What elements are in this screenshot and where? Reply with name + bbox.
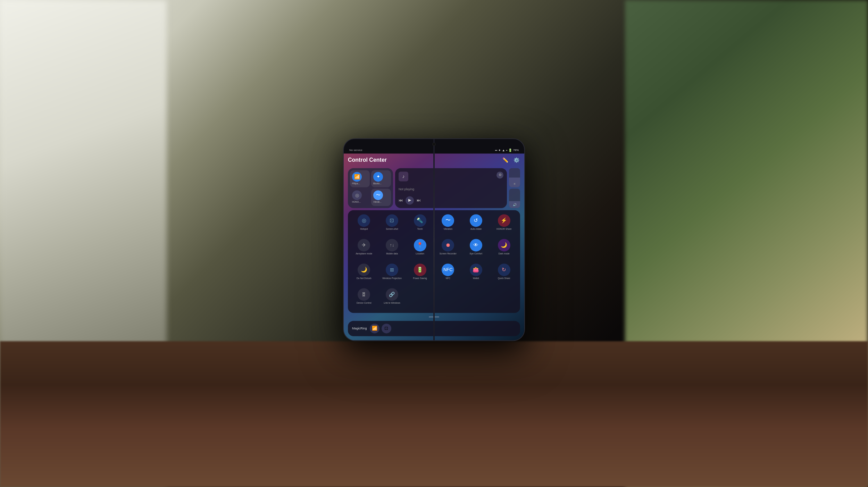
front-camera	[432, 142, 436, 146]
link-to-windows-control-icon: 🔗	[386, 288, 398, 301]
signal-icon: ▪	[506, 149, 507, 152]
screenshot-control-label: Screen-shot	[386, 228, 398, 230]
media-app-icon: ♪	[399, 171, 408, 181]
screen-recorder-control-label: Screen Recorder	[440, 252, 457, 255]
location-control[interactable]: 📍 Location	[407, 237, 433, 261]
media-not-playing-text: Not playing	[399, 187, 503, 191]
do-not-disturb-control-icon: 🌙	[358, 263, 370, 276]
mobile-data-icon-glyph: ↑↓	[390, 242, 394, 247]
settings-button[interactable]: ⚙️	[512, 156, 520, 164]
torch-control[interactable]: 🔦 Torch	[407, 213, 433, 236]
volume-slider[interactable]: 🔊	[509, 188, 520, 208]
eye-comfort-control[interactable]: 👁 Eye Comfort	[463, 237, 490, 261]
media-prev-button[interactable]: ⏮	[399, 198, 403, 203]
wifi-label: FBIpa...	[352, 182, 360, 185]
vibration-control-icon: 〜	[442, 214, 454, 227]
autorotate-control-icon: ↺	[470, 214, 482, 227]
vibration-toggle[interactable]: 〜 Vibrati...	[371, 188, 391, 206]
link-to-windows-icon-glyph: 🔗	[389, 292, 395, 297]
cc-action-buttons: ✏️ ⚙️	[501, 156, 520, 164]
hotspot-toggle[interactable]: ◎ HONO...	[350, 188, 370, 206]
vibration-icon-glyph: 〜	[445, 217, 451, 224]
honor-share-control-icon: ⚡	[498, 214, 510, 227]
power-saving-control[interactable]: 🔋 Power Saving	[407, 262, 433, 285]
torch-icon-glyph: 🔦	[417, 217, 423, 224]
magic-ring-wifi-icon[interactable]: 📶	[370, 324, 379, 333]
bluetooth-icon-circle: ✦	[373, 172, 383, 182]
wireless-projection-control-label: Wireless Projection	[382, 277, 402, 280]
battery-percent: 78%	[513, 149, 519, 152]
screenshot-control[interactable]: ⊡ Screen-shot	[379, 213, 406, 236]
aeroplane-control-label: Aeroplane mode	[356, 252, 372, 255]
honor-share-control-label: HONOR Share	[496, 228, 511, 230]
dark-mode-control-label: Dark mode	[499, 252, 510, 255]
screen-recorder-control[interactable]: ⏺ Screen Recorder	[435, 237, 461, 261]
media-next-button[interactable]: ⏭	[417, 198, 421, 203]
device-control-control[interactable]: 🎛 Device Control	[351, 287, 377, 310]
power-saving-control-label: Power Saving	[413, 277, 427, 280]
wifi-toggle[interactable]: 📶 FBIpa...	[350, 170, 370, 187]
torch-control-label: Torch	[417, 228, 423, 230]
battery-icon: 🔋	[508, 149, 512, 152]
volume-icon: 🔊	[513, 203, 517, 207]
dark-mode-control-icon: 🌙	[498, 239, 510, 251]
nfc-control[interactable]: NFC NFC	[435, 262, 461, 285]
wallet-control[interactable]: 👛 Wallet	[463, 262, 490, 285]
hotspot-label: HONO...	[352, 201, 361, 203]
autorotate-icon-glyph: ↺	[474, 217, 478, 224]
eye-comfort-control-label: Eye Comfort	[470, 252, 482, 255]
do-not-disturb-control-label: Do Not Disturb	[357, 277, 372, 280]
quick-share-control-icon: ↻	[498, 263, 510, 276]
mobile-data-control[interactable]: ↑↓ Mobile data	[379, 237, 406, 261]
hotspot-icon-glyph: ◎	[362, 217, 366, 224]
device-control-icon: 🎛	[358, 288, 370, 301]
brightness-slider[interactable]: ☀	[509, 168, 520, 187]
vibration-control-label: Vibration	[444, 228, 453, 230]
background-table	[0, 341, 868, 487]
screenshot-icon-glyph: ⊡	[390, 217, 394, 224]
quick-share-control-label: Quick Share	[498, 277, 510, 280]
vibration-control[interactable]: 〜 Vibration	[435, 213, 461, 236]
quick-share-control[interactable]: ↻ Quick Share	[491, 262, 517, 285]
brightness-icon: ☀	[513, 182, 516, 186]
quick-toggles-panel: 📶 FBIpa... ✦ Blueto... ◎ HONO...	[348, 168, 393, 208]
wallet-control-icon: 👛	[470, 263, 482, 276]
do-not-disturb-icon-glyph: 🌙	[361, 267, 367, 273]
media-settings-icon[interactable]: ⚙	[496, 171, 503, 178]
edit-button[interactable]: ✏️	[501, 156, 509, 164]
hotspot-control[interactable]: ◎ Hotspot	[351, 213, 377, 236]
aeroplane-control-icon: ✈	[358, 239, 370, 251]
link-to-windows-control[interactable]: 🔗 Link to Windows	[379, 287, 406, 310]
wireless-projection-icon-glyph: ⊞	[390, 267, 394, 272]
screenshot-control-icon: ⊡	[386, 214, 398, 227]
hotspot-icon: ◎	[355, 193, 359, 198]
eye-comfort-control-icon: 👁	[470, 239, 482, 251]
honor-share-control[interactable]: ⚡ HONOR Share	[491, 213, 517, 236]
dark-mode-control[interactable]: 🌙 Dark mode	[491, 237, 517, 261]
magic-ring-screen-icon[interactable]: ⊡	[382, 324, 391, 333]
empty-cell-2	[435, 287, 461, 310]
power-saving-icon-glyph: 🔋	[417, 267, 423, 273]
sim-icon: ▪▪	[495, 149, 497, 152]
screen-recorder-icon-glyph: ⏺	[445, 242, 451, 248]
sliders-area: ☀ 🔊	[509, 168, 520, 208]
media-controls: ⏮ ▶ ⏭	[399, 196, 503, 204]
empty-cell-4	[491, 287, 517, 310]
wallet-icon-glyph: 👛	[473, 267, 479, 273]
wifi-icon: 📶	[354, 174, 360, 179]
hotspot-control-label: Hotspot	[360, 228, 368, 230]
empty-cell-1	[407, 287, 433, 310]
media-play-button[interactable]: ▶	[406, 196, 414, 204]
dark-mode-icon-glyph: 🌙	[501, 242, 507, 248]
control-center-title: Control Center	[348, 157, 387, 163]
bluetooth-toggle[interactable]: ✦ Blueto...	[371, 170, 391, 187]
bluetooth-icon: ✦	[376, 174, 380, 179]
carrier-text: No service	[349, 149, 362, 152]
mobile-data-control-icon: ↑↓	[386, 239, 398, 251]
do-not-disturb-control[interactable]: 🌙 Do Not Disturb	[351, 262, 377, 285]
autorotate-control[interactable]: ↺ Auto-rotate	[463, 213, 490, 236]
aeroplane-control[interactable]: ✈ Aeroplane mode	[351, 237, 377, 261]
media-top: ♪ ⚙	[399, 171, 503, 181]
wireless-projection-control[interactable]: ⊞ Wireless Projection	[379, 262, 406, 285]
media-player: ♪ ⚙ Not playing ⏮ ▶ ⏭	[395, 168, 507, 208]
